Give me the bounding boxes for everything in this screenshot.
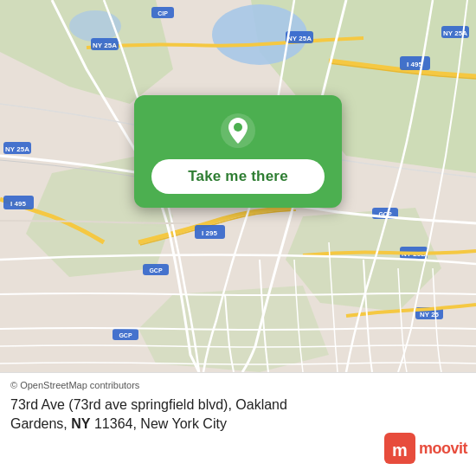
svg-text:CIP: CIP bbox=[158, 10, 168, 16]
take-me-there-button[interactable]: Take me there bbox=[151, 159, 325, 194]
moovit-logo: m moovit bbox=[384, 433, 467, 464]
svg-text:GCP: GCP bbox=[119, 332, 132, 338]
address-line1: 73rd Ave (73rd ave springfield blvd), Oa… bbox=[10, 397, 287, 412]
map-container[interactable]: I 495 NY 25A NY 25A NY 25A I 295 I 495 N… bbox=[0, 0, 476, 372]
location-pin-icon bbox=[218, 111, 258, 151]
svg-text:I 295: I 295 bbox=[202, 229, 217, 237]
popup-card: Take me there bbox=[134, 95, 342, 208]
svg-point-37 bbox=[234, 123, 242, 132]
svg-text:GCP: GCP bbox=[149, 267, 163, 273]
bottom-bar: © OpenStreetMap contributors 73rd Ave (7… bbox=[0, 372, 476, 476]
svg-text:I 495: I 495 bbox=[10, 200, 26, 208]
moovit-icon: m bbox=[384, 433, 415, 464]
moovit-text: moovit bbox=[419, 440, 467, 458]
svg-text:NY 25A: NY 25A bbox=[5, 145, 29, 153]
svg-text:NY 25: NY 25 bbox=[420, 311, 440, 318]
svg-text:m: m bbox=[392, 441, 408, 460]
map-attribution: © OpenStreetMap contributors bbox=[10, 380, 466, 390]
svg-text:NY 25A: NY 25A bbox=[287, 35, 312, 42]
svg-text:NY 25A: NY 25A bbox=[93, 42, 117, 49]
